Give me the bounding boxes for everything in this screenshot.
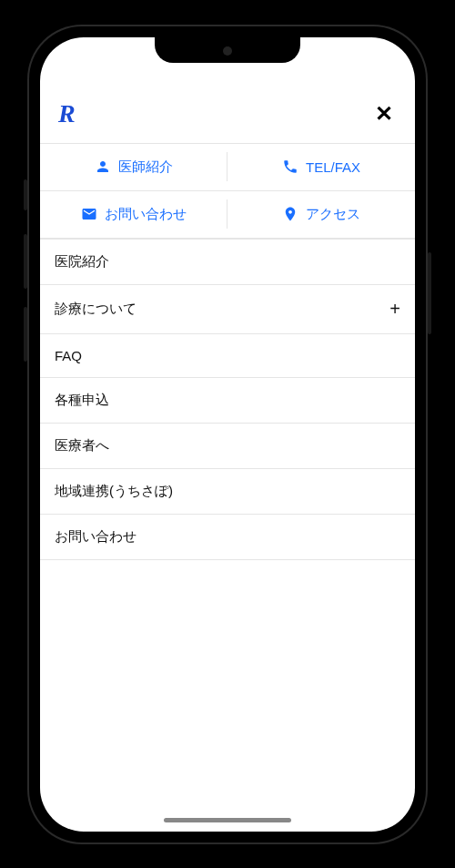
menu-item-clinic[interactable]: 医院紹介 xyxy=(40,240,415,285)
camera-dot xyxy=(223,46,232,56)
menu-item-label: FAQ xyxy=(55,348,82,363)
quick-link-label: お問い合わせ xyxy=(105,206,187,223)
quick-link-label: アクセス xyxy=(306,206,360,223)
battery-icon xyxy=(366,46,389,57)
svg-rect-5 xyxy=(368,48,379,56)
volume-button xyxy=(24,179,27,210)
quick-links: 医師紹介 TEL/FAX お問い合わせ アクセス xyxy=(40,143,415,239)
menu-item-label: お問い合わせ xyxy=(55,528,136,546)
quick-link-telfax[interactable]: TEL/FAX xyxy=(228,144,415,191)
plus-icon: + xyxy=(389,299,400,320)
screen: R ✕ 医師紹介 TEL/FAX お問い合わせ アクセス xyxy=(40,37,415,832)
signal-icon xyxy=(324,46,340,57)
menu-item-label: 地域連携(うちさぽ) xyxy=(55,483,173,500)
quick-link-doctors[interactable]: 医師紹介 xyxy=(40,144,228,191)
volume-button xyxy=(24,234,27,289)
svg-rect-2 xyxy=(333,48,336,57)
menu-list: 医院紹介 診療について + FAQ 各種申込 医療者へ 地域連携(うちさぽ) xyxy=(40,239,415,560)
menu-item-treatment[interactable]: 診療について + xyxy=(40,285,415,334)
home-indicator[interactable] xyxy=(164,818,291,822)
menu-item-faq[interactable]: FAQ xyxy=(40,334,415,378)
person-icon xyxy=(95,158,111,175)
menu-item-label: 医療者へ xyxy=(55,437,109,454)
quick-link-label: TEL/FAX xyxy=(306,159,360,175)
quick-link-label: 医師紹介 xyxy=(118,158,173,176)
svg-rect-3 xyxy=(338,46,340,57)
menu-item-contact[interactable]: お問い合わせ xyxy=(40,515,415,560)
close-button[interactable]: ✕ xyxy=(371,97,397,130)
quick-link-contact[interactable]: お問い合わせ xyxy=(40,191,228,238)
volume-button xyxy=(24,307,27,362)
menu-item-label: 診療について xyxy=(55,301,136,318)
mail-icon xyxy=(81,206,97,222)
pin-icon xyxy=(282,206,298,222)
svg-rect-0 xyxy=(324,54,327,57)
phone-icon xyxy=(282,158,298,175)
menu-item-medical-staff[interactable]: 医療者へ xyxy=(40,424,415,469)
phone-frame: R ✕ 医師紹介 TEL/FAX お問い合わせ アクセス xyxy=(27,25,428,844)
header: R ✕ xyxy=(40,92,415,143)
svg-rect-6 xyxy=(387,50,389,54)
status-bar xyxy=(298,37,415,66)
power-button xyxy=(428,252,431,334)
menu-item-regional[interactable]: 地域連携(うちさぽ) xyxy=(40,469,415,515)
wifi-icon xyxy=(346,46,360,57)
logo[interactable]: R xyxy=(58,99,76,128)
menu-item-label: 医院紹介 xyxy=(55,253,109,271)
quick-link-access[interactable]: アクセス xyxy=(228,191,415,238)
menu-item-applications[interactable]: 各種申込 xyxy=(40,378,415,424)
svg-rect-1 xyxy=(329,51,331,57)
menu-item-label: 各種申込 xyxy=(55,392,109,409)
